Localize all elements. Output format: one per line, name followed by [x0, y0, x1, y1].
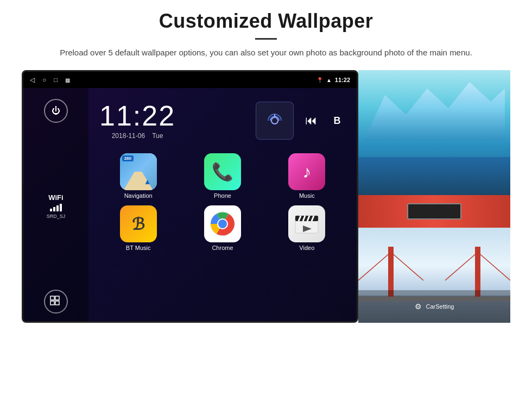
main-content: ⏻ WiFi SRD_SJ — [23, 88, 357, 323]
list-item[interactable]: Chrome — [183, 205, 261, 251]
svg-line-17 — [358, 252, 391, 280]
wifi-bar-2 — [53, 207, 55, 211]
list-item[interactable]: 📞 Phone — [183, 153, 261, 199]
bt-music-label: BT Music — [126, 245, 151, 251]
phone-app-icon[interactable]: 📞 — [204, 153, 241, 190]
music-label: Music — [299, 192, 315, 199]
left-sidebar: ⏻ WiFi SRD_SJ — [23, 88, 88, 323]
svg-line-22 — [478, 252, 510, 280]
location-icon: 📍 — [316, 77, 323, 83]
svg-rect-2 — [50, 301, 54, 305]
clock-time: 11:22 — [99, 102, 175, 130]
center-area: 11:22 2018-11-06 Tue — [88, 88, 357, 323]
list-item[interactable]: ♪ Music — [268, 153, 346, 199]
status-bar: ◁ ○ □ ▦ 📍 ▲ 11:22 — [23, 72, 357, 88]
clock-right-icons: ⏮ B — [256, 102, 346, 140]
music-app-icon[interactable]: ♪ — [288, 153, 325, 190]
wallpaper-glacier[interactable] — [358, 70, 510, 195]
wifi-label: WiFi — [47, 193, 66, 202]
home-icon[interactable]: ○ — [42, 76, 46, 84]
nav-inner: 280 ▲ — [120, 153, 157, 190]
glacier-reflection — [358, 157, 510, 195]
device-bar — [407, 203, 461, 220]
device-frame: ◁ ○ □ ▦ 📍 ▲ 11:22 — [22, 70, 358, 323]
svg-point-9 — [218, 220, 227, 228]
apps-drawer-button[interactable] — [44, 290, 68, 314]
wifi-bars — [47, 204, 66, 211]
back-icon[interactable]: ◁ — [30, 76, 35, 84]
carsetting-area[interactable]: ⚙ CarSetting — [358, 290, 510, 323]
wifi-bar-1 — [50, 209, 52, 211]
prev-track-icon[interactable]: ⏮ — [302, 112, 320, 129]
app-grid: 280 ▲ Navigation 📞 Phone — [88, 153, 357, 256]
navigation-app-icon[interactable]: 280 ▲ — [120, 153, 157, 190]
bt-music-app-icon[interactable]: ℬ — [120, 205, 157, 242]
svg-line-20 — [445, 252, 478, 280]
power-icon: ⏻ — [52, 106, 60, 116]
carsetting-label: CarSetting — [426, 303, 454, 310]
chrome-app-icon[interactable] — [204, 205, 241, 242]
nav-badge: 280 — [122, 155, 134, 161]
svg-rect-1 — [55, 296, 59, 300]
wallpaper-mid — [358, 195, 510, 228]
phone-label: Phone — [214, 192, 231, 199]
svg-line-19 — [391, 252, 423, 280]
status-right: 📍 ▲ 11:22 — [316, 77, 350, 83]
page-wrapper: Customized Wallpaper Preload over 5 defa… — [0, 0, 532, 407]
bluetooth-b-icon[interactable]: B — [328, 112, 346, 129]
wifi-bar-4 — [60, 204, 62, 211]
radio-signal-icon — [264, 110, 286, 132]
page-title: Customized Wallpaper — [159, 10, 373, 33]
page-description: Preload over 5 default wallpaper options… — [60, 46, 472, 59]
wifi-ssid: SRD_SJ — [47, 214, 66, 219]
wifi-icon: ▲ — [326, 77, 332, 83]
list-item[interactable]: 280 ▲ Navigation — [99, 153, 177, 199]
power-button[interactable]: ⏻ — [44, 99, 68, 123]
wifi-bar-3 — [56, 205, 59, 211]
wallpaper-bridge[interactable]: ⚙ CarSetting — [358, 228, 510, 323]
wifi-info: WiFi SRD_SJ — [47, 193, 66, 219]
status-left: ◁ ○ □ ▦ — [30, 76, 70, 84]
svg-point-4 — [271, 117, 278, 124]
radio-icon[interactable] — [256, 102, 294, 140]
bridge-visual: ⚙ CarSetting — [358, 228, 510, 323]
clock-date: 2018-11-06 Tue — [99, 132, 175, 140]
screenshot-icon[interactable]: ▦ — [65, 77, 70, 83]
glacier-shape — [364, 76, 505, 141]
phone-icon: 📞 — [212, 161, 233, 182]
carsetting-icon: ⚙ — [415, 302, 422, 311]
nav-pin: ▲ — [144, 177, 151, 186]
clock-area: 11:22 2018-11-06 Tue — [88, 88, 357, 153]
list-item[interactable]: ℬ BT Music — [99, 205, 177, 251]
clock-block: 11:22 2018-11-06 Tue — [99, 102, 175, 140]
glacier-visual — [358, 70, 510, 195]
bluetooth-icon: ℬ — [132, 215, 145, 234]
music-note-icon: ♪ — [302, 162, 311, 182]
chrome-label: Chrome — [212, 245, 233, 251]
content-area: ◁ ○ □ ▦ 📍 ▲ 11:22 — [22, 70, 510, 323]
chrome-logo-icon — [210, 211, 236, 237]
title-divider — [255, 38, 277, 40]
svg-rect-3 — [55, 301, 59, 305]
clapperboard-icon — [293, 210, 320, 237]
grid-icon — [50, 296, 62, 308]
recents-icon[interactable]: □ — [54, 77, 58, 83]
wallpaper-stack: ⚙ CarSetting — [358, 70, 510, 323]
list-item[interactable]: Video — [268, 205, 346, 251]
navigation-label: Navigation — [124, 192, 153, 199]
status-time: 11:22 — [335, 77, 350, 83]
svg-rect-0 — [50, 296, 54, 300]
video-app-icon[interactable] — [288, 205, 325, 242]
video-label: Video — [299, 245, 314, 251]
wallpaper-mid-inner — [358, 195, 510, 228]
